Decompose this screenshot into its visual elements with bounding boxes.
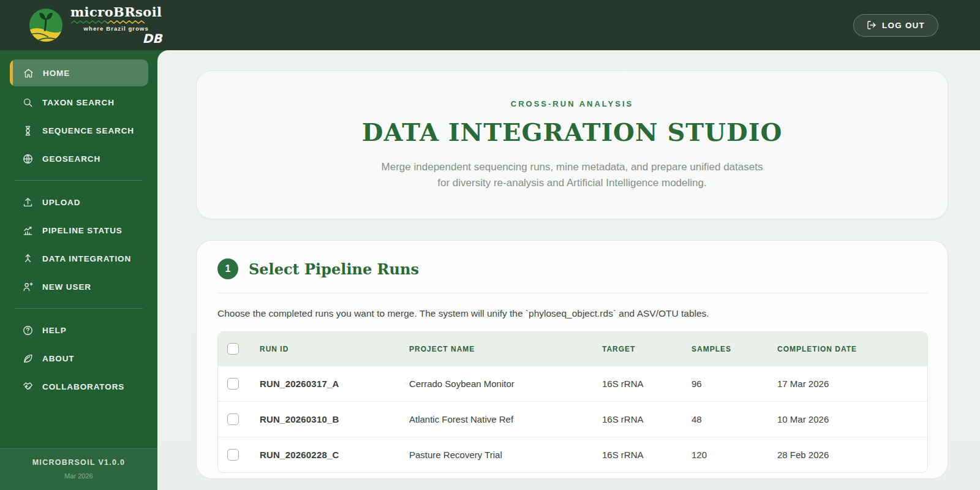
samples-cell: 96 bbox=[689, 366, 775, 401]
sidebar-divider bbox=[15, 308, 143, 309]
topbar: microBRsoil where Brazil grows DB LOG OU… bbox=[0, 0, 980, 50]
sidebar-item-label: COLLABORATORS bbox=[42, 382, 124, 391]
sidebar-item-data-integration[interactable]: DATA INTEGRATION bbox=[0, 244, 157, 273]
hero-subtitle-line1: Merge independent sequencing runs, mine … bbox=[382, 159, 763, 175]
table-row: RUN_20260310_BAtlantic Forest Native Ref… bbox=[218, 401, 927, 437]
sidebar: HOMETAXON SEARCHSEQUENCE SEARCHGEOSEARCH… bbox=[0, 50, 157, 490]
sidebar-item-label: TAXON SEARCH bbox=[42, 98, 115, 107]
sidebar-item-label: ABOUT bbox=[42, 354, 75, 363]
sidebar-item-label: HELP bbox=[42, 326, 67, 335]
sidebar-item-new-user[interactable]: NEW USER bbox=[0, 273, 157, 301]
sidebar-item-label: HOME bbox=[43, 69, 70, 78]
sidebar-footer: MICROBRSOIL V1.0.0 Mar 2026 bbox=[0, 448, 157, 490]
column-header-completion-date: COMPLETION DATE bbox=[775, 332, 927, 366]
main-content: CROSS-RUN ANALYSIS DATA INTEGRATION STUD… bbox=[157, 50, 980, 490]
table-row: RUN_20260228_CPasture Recovery Trial16S … bbox=[218, 437, 927, 472]
step-title: Select Pipeline Runs bbox=[249, 260, 419, 278]
logout-label: LOG OUT bbox=[882, 21, 925, 30]
run-id-cell: RUN_20260228_C bbox=[257, 437, 407, 472]
project-name-cell: Atlantic Forest Native Ref bbox=[407, 401, 600, 437]
brand-logo: microBRsoil where Brazil grows DB bbox=[28, 6, 162, 45]
sprout-field-logo-icon bbox=[28, 7, 64, 43]
help-icon bbox=[22, 325, 34, 336]
sidebar-item-label: DATA INTEGRATION bbox=[42, 254, 131, 263]
logout-icon bbox=[867, 20, 876, 30]
target-cell: 16S rRNA bbox=[600, 437, 689, 472]
page-title: DATA INTEGRATION STUDIO bbox=[362, 118, 782, 146]
row-checkbox[interactable] bbox=[227, 378, 239, 390]
logout-button[interactable]: LOG OUT bbox=[853, 14, 938, 37]
sidebar-item-label: PIPELINE STATUS bbox=[42, 226, 123, 235]
app-version-date: Mar 2026 bbox=[0, 472, 157, 480]
sidebar-item-label: SEQUENCE SEARCH bbox=[42, 126, 134, 135]
samples-cell: 120 bbox=[689, 437, 775, 472]
sidebar-item-about[interactable]: ABOUT bbox=[0, 344, 157, 372]
sidebar-divider bbox=[15, 180, 143, 181]
sidebar-item-taxon-search[interactable]: TAXON SEARCH bbox=[0, 88, 157, 116]
logo-underline bbox=[70, 20, 145, 24]
sidebar-item-collaborators[interactable]: COLLABORATORS bbox=[0, 372, 157, 401]
sidebar-item-sequence-search[interactable]: SEQUENCE SEARCH bbox=[0, 116, 157, 145]
sidebar-item-help[interactable]: HELP bbox=[0, 316, 157, 344]
select-runs-card: 1 Select Pipeline Runs Choose the comple… bbox=[196, 240, 948, 479]
pipeline-runs-table: RUN ID PROJECT NAME TARGET SAMPLES COMPL… bbox=[217, 331, 928, 473]
search-icon bbox=[22, 97, 34, 108]
table-row: RUN_20260317_ACerrado Soybean Monitor16S… bbox=[218, 366, 927, 401]
row-checkbox[interactable] bbox=[227, 449, 239, 461]
leaf-icon bbox=[22, 353, 34, 364]
brand-suffix: DB bbox=[143, 32, 162, 45]
sidebar-item-geosearch[interactable]: GEOSEARCH bbox=[0, 145, 157, 173]
hero-eyebrow: CROSS-RUN ANALYSIS bbox=[511, 99, 633, 108]
target-cell: 16S rRNA bbox=[600, 366, 689, 401]
project-name-cell: Pasture Recovery Trial bbox=[407, 437, 600, 472]
completion-date-cell: 28 Feb 2026 bbox=[775, 437, 927, 472]
completion-date-cell: 17 Mar 2026 bbox=[775, 366, 927, 401]
samples-cell: 48 bbox=[689, 401, 775, 437]
column-header-samples: SAMPLES bbox=[689, 332, 775, 366]
merge-icon bbox=[22, 253, 34, 265]
target-cell: 16S rRNA bbox=[600, 401, 689, 437]
handshake-icon bbox=[22, 381, 34, 393]
globe-icon bbox=[22, 153, 34, 165]
step-description: Choose the completed runs you want to me… bbox=[217, 308, 928, 319]
run-id-cell: RUN_20260310_B bbox=[257, 401, 407, 437]
sidebar-item-label: GEOSEARCH bbox=[42, 154, 100, 164]
project-name-cell: Cerrado Soybean Monitor bbox=[407, 366, 600, 401]
column-header-project-name: PROJECT NAME bbox=[407, 332, 600, 366]
hero-subtitle: Merge independent sequencing runs, mine … bbox=[382, 159, 763, 190]
home-icon bbox=[23, 67, 34, 79]
column-header-target: TARGET bbox=[600, 332, 689, 366]
table-header-row: RUN ID PROJECT NAME TARGET SAMPLES COMPL… bbox=[218, 332, 927, 366]
app-version: MICROBRSOIL V1.0.0 bbox=[0, 458, 157, 467]
sidebar-item-upload[interactable]: UPLOAD bbox=[0, 188, 157, 216]
divider bbox=[217, 293, 928, 293]
sidebar-item-label: NEW USER bbox=[42, 282, 91, 292]
run-id-cell: RUN_20260317_A bbox=[257, 366, 407, 401]
hero-card: CROSS-RUN ANALYSIS DATA INTEGRATION STUD… bbox=[196, 70, 948, 219]
sidebar-nav: HOMETAXON SEARCHSEQUENCE SEARCHGEOSEARCH… bbox=[0, 59, 157, 401]
upload-icon bbox=[22, 197, 34, 208]
sidebar-item-label: UPLOAD bbox=[42, 198, 80, 207]
completion-date-cell: 10 Mar 2026 bbox=[775, 401, 927, 437]
brand-name: microBRsoil bbox=[70, 6, 162, 18]
row-checkbox[interactable] bbox=[227, 413, 239, 425]
hero-subtitle-line2: for diversity re-analysis and Artificial… bbox=[382, 175, 763, 191]
user-plus-icon bbox=[22, 281, 34, 293]
sidebar-item-home[interactable]: HOME bbox=[10, 59, 148, 86]
step-number-badge: 1 bbox=[217, 258, 238, 279]
select-all-checkbox[interactable] bbox=[227, 343, 239, 355]
column-header-run-id: RUN ID bbox=[257, 332, 407, 366]
sidebar-item-pipeline-status[interactable]: PIPELINE STATUS bbox=[0, 216, 157, 244]
step-header: 1 Select Pipeline Runs bbox=[217, 241, 928, 293]
chart-icon bbox=[22, 225, 34, 236]
dna-icon bbox=[22, 125, 34, 137]
